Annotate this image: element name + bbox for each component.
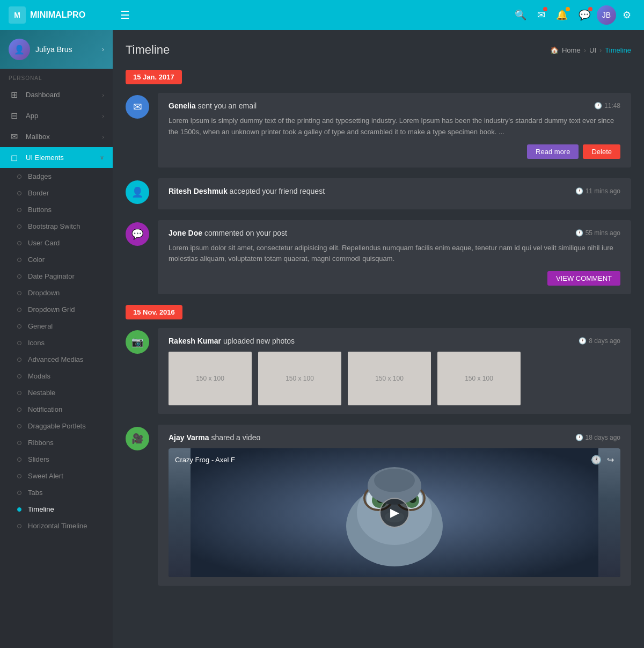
sidebar-item-label: Border xyxy=(28,189,49,197)
app-logo[interactable]: M MINIMALPRO xyxy=(9,6,116,24)
video-watchlater-icon[interactable]: 🕐 xyxy=(591,455,602,465)
sidebar-item-user-card[interactable]: User Card xyxy=(0,235,113,251)
logo-icon: M xyxy=(9,6,26,24)
sidebar-item-sliders[interactable]: Sliders xyxy=(0,451,113,468)
sidebar-item-dashboard[interactable]: ⊞ Dashboard › xyxy=(0,84,113,105)
bell-button[interactable]: 🔔 xyxy=(552,5,572,25)
timeline-card-email: Genelia sent you an email 🕐 11:48 Lorem … xyxy=(158,93,631,168)
dot-icon xyxy=(17,308,21,312)
sidebar-item-draggable-portlets[interactable]: Draggable Portlets xyxy=(0,418,113,434)
dot-icon xyxy=(17,324,21,329)
search-button[interactable]: 🔍 xyxy=(510,5,531,25)
card-header: Jone Doe commented on your post 🕐 55 min… xyxy=(169,229,620,237)
sidebar-item-modals[interactable]: Modals xyxy=(0,368,113,384)
sidebar-item-notification[interactable]: Notification xyxy=(0,401,113,418)
dot-icon xyxy=(17,358,21,362)
sidebar-item-advanced-medias[interactable]: Advanced Medias xyxy=(0,351,113,368)
sidebar-item-date-paginator[interactable]: Date Paginator xyxy=(0,268,113,285)
time-value: 11 mins ago xyxy=(586,187,620,195)
photo-item[interactable]: 150 x 100 xyxy=(348,352,431,405)
sidebar-item-border[interactable]: Border xyxy=(0,185,113,201)
video-title-bar: Crazy Frog - Axel F 🕐 ↪ xyxy=(175,455,614,465)
card-title: Ajay Varma shared a video xyxy=(169,433,260,442)
breadcrumb-ui[interactable]: UI xyxy=(589,46,596,54)
topnav: M MINIMALPRO ☰ 🔍 ✉ 🔔 💬 JB ⚙ xyxy=(0,0,644,30)
timeline-content-friend: Ritesh Deshmuk accepted your friend requ… xyxy=(158,178,631,215)
video-play-button[interactable]: ▶ xyxy=(379,498,409,528)
photo-item[interactable]: 150 x 100 xyxy=(437,352,521,405)
dot-icon xyxy=(17,457,21,462)
dot-icon xyxy=(17,407,21,412)
sidebar-item-sweet-alert[interactable]: Sweet Alert xyxy=(0,468,113,484)
actor-name: Jone Doe xyxy=(169,229,202,237)
sidebar-item-horizontal-timeline[interactable]: Horizontal Timeline xyxy=(0,518,113,534)
timeline-entry-friend: 👤 Ritesh Deshmuk accepted your friend re… xyxy=(126,178,631,215)
card-title: Rakesh Kumar uploaded new photos xyxy=(169,337,295,345)
timeline-card-friend: Ritesh Deshmuk accepted your friend requ… xyxy=(158,178,631,209)
chat-badge xyxy=(588,7,592,11)
sidebar-item-label: Color xyxy=(28,256,45,264)
sidebar-item-dropdown-grid[interactable]: Dropdown Grid xyxy=(0,301,113,318)
actor-name: Ajay Varma xyxy=(169,433,209,442)
sidebar-item-bootstrap-switch[interactable]: Bootstrap Switch xyxy=(0,218,113,235)
card-time: 🕐 11 mins ago xyxy=(575,187,620,195)
sidebar-item-mailbox[interactable]: ✉ Mailbox › xyxy=(0,126,113,147)
video-container[interactable]: Crazy Frog - Axel F 🕐 ↪ ▶ xyxy=(169,448,620,577)
sidebar-item-app[interactable]: ⊟ App › xyxy=(0,105,113,126)
email-badge xyxy=(543,7,547,11)
view-comment-button[interactable]: VIEW COMMENT xyxy=(547,271,620,286)
dot-icon xyxy=(17,524,21,528)
card-time: 🕐 55 mins ago xyxy=(575,229,620,237)
sidebar-item-label: Dropdown Grid xyxy=(28,305,75,314)
sidebar-item-tabs[interactable]: Tabs xyxy=(0,484,113,501)
action-text: uploaded new photos xyxy=(221,337,295,345)
app-icon: ⊟ xyxy=(9,111,19,121)
sidebar-item-general[interactable]: General xyxy=(0,318,113,334)
video-share-icon[interactable]: ↪ xyxy=(607,455,614,465)
timeline-avatar-video: 🎥 xyxy=(126,427,149,450)
card-header: Ajay Varma shared a video 🕐 18 days ago xyxy=(169,433,620,442)
sidebar-item-label: Date Paginator xyxy=(28,272,75,280)
main-content: Timeline 🏠 Home › UI › Timeline 15 Jan. … xyxy=(113,0,644,648)
sidebar-item-ui-elements[interactable]: ◻ UI Elements ∨ xyxy=(0,147,113,168)
card-body: Lorem ipsum dolor sit amet, consectetur … xyxy=(169,243,620,265)
chevron-down-icon: ∨ xyxy=(100,154,104,161)
photo-grid: 150 x 100 150 x 100 150 x 100 150 x 100 xyxy=(169,352,620,405)
photo-item[interactable]: 150 x 100 xyxy=(258,352,341,405)
sidebar-item-dropdown[interactable]: Dropdown xyxy=(0,285,113,301)
date-badge-1: 15 Jan. 2017 xyxy=(126,70,182,84)
bell-icon: 🔔 xyxy=(556,9,568,21)
sidebar-item-icons[interactable]: Icons xyxy=(0,334,113,351)
read-more-button[interactable]: Read more xyxy=(527,144,579,159)
chat-button[interactable]: 💬 xyxy=(574,5,595,25)
sidebar-item-label: Mailbox xyxy=(26,133,96,141)
sidebar-item-label: UI Elements xyxy=(26,154,93,162)
photo-item[interactable]: 150 x 100 xyxy=(169,352,252,405)
ui-elements-icon: ◻ xyxy=(9,152,19,163)
dot-icon xyxy=(17,474,21,478)
sidebar-user[interactable]: 👤 Juliya Brus › xyxy=(0,30,113,69)
action-text: shared a video xyxy=(209,433,261,442)
clock-icon: 🕐 xyxy=(575,229,583,237)
sidebar-item-nestable[interactable]: Nestable xyxy=(0,384,113,401)
time-value: 11:48 xyxy=(604,102,620,110)
sidebar-item-label: Sweet Alert xyxy=(28,472,63,480)
sidebar: 👤 Juliya Brus › PERSONAL ⊞ Dashboard › ⊟… xyxy=(0,30,113,648)
date-badge-2: 15 Nov. 2016 xyxy=(126,305,182,319)
time-value: 55 mins ago xyxy=(586,229,620,237)
timeline-avatar-photos: 📷 xyxy=(126,330,149,354)
card-time: 🕐 18 days ago xyxy=(575,434,620,441)
sidebar-item-badges[interactable]: Badges xyxy=(0,168,113,185)
timeline-content-comment: Jone Doe commented on your post 🕐 55 min… xyxy=(158,220,631,300)
sidebar-item-timeline[interactable]: Timeline xyxy=(0,501,113,518)
actor-name: Genelia xyxy=(169,101,196,110)
sidebar-item-color[interactable]: Color xyxy=(0,251,113,268)
sidebar-item-ribbons[interactable]: Ribbons xyxy=(0,434,113,451)
breadcrumb-home[interactable]: Home xyxy=(562,46,581,54)
delete-button[interactable]: Delete xyxy=(583,144,620,159)
user-avatar[interactable]: JB xyxy=(597,5,616,25)
email-button[interactable]: ✉ xyxy=(533,5,550,25)
sidebar-item-buttons[interactable]: Buttons xyxy=(0,201,113,218)
hamburger-button[interactable]: ☰ xyxy=(116,4,134,26)
settings-button[interactable]: ⚙ xyxy=(618,5,635,25)
